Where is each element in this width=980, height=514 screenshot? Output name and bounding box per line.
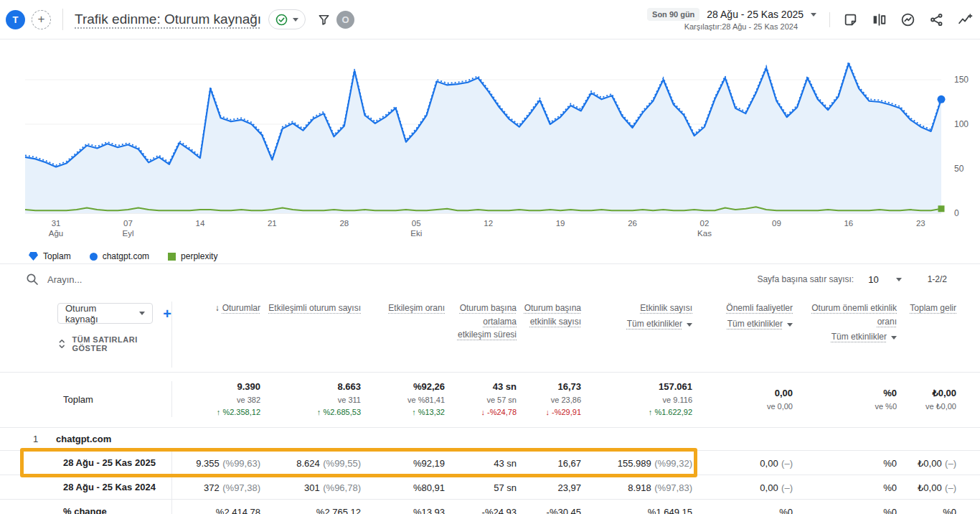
dimension-selector[interactable]: Oturum kaynağı bbox=[57, 303, 153, 324]
legend-item-perplexity[interactable]: perplexity bbox=[168, 251, 217, 261]
filter-button[interactable] bbox=[317, 13, 331, 27]
cell-session-key-event-rate: %0 bbox=[800, 457, 904, 469]
source-name[interactable]: chatgpt.com bbox=[56, 434, 111, 444]
svg-text:19: 19 bbox=[556, 219, 565, 228]
cell-total-revenue: ₺0,00 (–) bbox=[904, 457, 963, 469]
svg-text:07: 07 bbox=[123, 219, 133, 228]
cell-engaged-sessions: 8.624 (%99,55) bbox=[268, 457, 368, 469]
report-status-dropdown[interactable] bbox=[268, 9, 306, 29]
column-header-engaged-sessions[interactable]: Etkileşimli oturum sayısı bbox=[268, 302, 368, 315]
svg-text:14: 14 bbox=[196, 219, 205, 228]
divider bbox=[62, 9, 63, 30]
rows-per-page-label: Sayfa başına satır sayısı: bbox=[757, 274, 854, 284]
column-header-key-events[interactable]: Önemli faaliyetler Tüm etkinlikler bbox=[699, 302, 800, 330]
cell-event-count: 8.918 (%97,83) bbox=[588, 481, 699, 494]
cell-event-count: %1.649,15 bbox=[588, 505, 699, 514]
legend-item-chatgpt[interactable]: chatgpt.com bbox=[90, 251, 149, 261]
cell-total-revenue: ₺0,00 (–) bbox=[904, 481, 963, 494]
row-label: 28 Ağu - 25 Kas 2025 bbox=[25, 451, 172, 475]
rows-per-page-select[interactable]: 10 bbox=[868, 274, 878, 285]
column-header-events-per-session[interactable]: Oturum başına etkinlik sayısı bbox=[524, 302, 588, 328]
svg-text:50: 50 bbox=[954, 164, 964, 174]
compare-range-text: Karşılaştır:28 Ağu - 25 Kas 2024 bbox=[684, 22, 798, 31]
chevron-down-icon bbox=[687, 323, 692, 327]
svg-text:09: 09 bbox=[772, 219, 781, 228]
cell-key-events: %0 bbox=[699, 505, 800, 514]
comparison-button[interactable] bbox=[872, 12, 887, 27]
event-filter-dropdown[interactable]: Tüm etkinlikler bbox=[800, 330, 897, 344]
perplexity-marker-icon bbox=[168, 253, 176, 261]
date-preset-badge: Son 90 gün bbox=[647, 8, 699, 21]
row-label: 28 Ağu - 25 Kas 2024 bbox=[25, 475, 172, 499]
traffic-chart-section: 05010015031Ağu07Eyl14212805Eki12192602Ka… bbox=[0, 39, 980, 263]
sort-descending-icon: ↓ bbox=[215, 302, 220, 315]
chevron-down-icon[interactable] bbox=[896, 278, 902, 281]
column-header-avg-engagement-time[interactable]: Oturum başına ortalama etkileşim süresi bbox=[452, 302, 524, 342]
cell-avg-engagement-time: -%24,93 bbox=[452, 505, 524, 514]
svg-text:26: 26 bbox=[628, 219, 637, 228]
expand-all-rows-button[interactable]: TÜM SATIRLARI GÖSTER bbox=[57, 335, 171, 352]
account-avatar[interactable]: T bbox=[6, 10, 25, 29]
totals-cell: ₺0,00 ve ₺0,00 bbox=[904, 388, 963, 411]
pagination-controls: Sayfa başına satır sayısı: 10 1-2/2 bbox=[757, 274, 947, 285]
cell-sessions: %2.414,78 bbox=[172, 505, 268, 514]
column-header-session-key-event-rate[interactable]: Oturum önemli etkinlik oranı Tüm etkinli… bbox=[800, 302, 904, 344]
table-row-group-chatgpt[interactable]: 1 chatgpt.com bbox=[0, 427, 980, 450]
column-header-event-count[interactable]: Etkinlik sayısı Tüm etkinlikler bbox=[588, 302, 699, 330]
expand-collapse-icon bbox=[57, 339, 66, 349]
svg-text:23: 23 bbox=[916, 219, 925, 228]
totals-cell: 9.390 ve 382 ↑ %2.358,12 bbox=[172, 381, 268, 417]
table-row-2025[interactable]: 28 Ağu - 25 Kas 2025 9.355 (%99,63) 8.62… bbox=[0, 450, 980, 475]
legend-item-total[interactable]: Toplam bbox=[29, 251, 71, 261]
secondary-avatar[interactable]: O bbox=[336, 11, 354, 29]
legend-label: Toplam bbox=[43, 251, 71, 261]
svg-text:Eki: Eki bbox=[410, 229, 422, 238]
cell-sessions: 372 (%97,38) bbox=[172, 481, 268, 494]
svg-text:Ağu: Ağu bbox=[49, 229, 63, 238]
event-filter-dropdown[interactable]: Tüm etkinlikler bbox=[699, 317, 793, 331]
notes-button[interactable] bbox=[843, 12, 858, 27]
totals-cell: 16,73 ve 23,86 ↓ -%29,91 bbox=[524, 381, 588, 417]
insights-button[interactable] bbox=[900, 12, 915, 27]
add-report-button[interactable]: + bbox=[32, 10, 51, 29]
header-right: Son 90 gün 28 Ağu - 25 Kas 2025 Karşılaş… bbox=[647, 8, 973, 31]
chevron-down-icon bbox=[811, 13, 816, 17]
explore-trend-button[interactable] bbox=[958, 12, 973, 27]
table-row-percent-change[interactable]: % change %2.414,78 %2.765,12 %13,93 -%24… bbox=[0, 499, 980, 514]
column-header-total-revenue[interactable]: Toplam gelir bbox=[904, 302, 963, 315]
table-toolbar: Sayfa başına satır sayısı: 10 1-2/2 bbox=[0, 263, 980, 294]
total-marker-icon bbox=[29, 252, 38, 261]
add-dimension-button[interactable]: + bbox=[163, 307, 171, 321]
totals-label: Toplam bbox=[25, 381, 172, 417]
cell-events-per-session: 16,67 bbox=[524, 457, 588, 469]
svg-text:16: 16 bbox=[844, 219, 853, 228]
column-header-engagement-rate[interactable]: Etkileşim oranı bbox=[368, 302, 452, 315]
chevron-down-icon bbox=[293, 18, 298, 22]
svg-text:150: 150 bbox=[954, 75, 969, 85]
share-icon[interactable] bbox=[929, 12, 944, 27]
cell-engagement-rate: %92,19 bbox=[368, 457, 452, 469]
totals-cell: %0 ve %0 bbox=[800, 388, 904, 411]
cell-session-key-event-rate: %0 bbox=[800, 481, 904, 494]
svg-text:05: 05 bbox=[412, 219, 421, 228]
cell-events-per-session: -%30,45 bbox=[524, 505, 588, 514]
date-range-text: 28 Ağu - 25 Kas 2025 bbox=[707, 9, 804, 20]
svg-text:12: 12 bbox=[484, 219, 493, 228]
page-title[interactable]: Trafik edinme: Oturum kaynağı bbox=[75, 11, 261, 27]
cell-avg-engagement-time: 43 sn bbox=[452, 457, 524, 469]
cell-key-events: 0,00 (–) bbox=[699, 457, 800, 469]
search-input[interactable] bbox=[47, 274, 263, 285]
app-header: T + Trafik edinme: Oturum kaynağı O Son … bbox=[0, 0, 980, 39]
cell-event-count: 155.989 (%99,32) bbox=[588, 457, 699, 469]
search-icon bbox=[26, 273, 39, 286]
event-filter-dropdown[interactable]: Tüm etkinlikler bbox=[588, 317, 692, 331]
svg-text:31: 31 bbox=[52, 219, 61, 228]
svg-text:Kas: Kas bbox=[697, 229, 712, 238]
row-label: % change bbox=[25, 500, 172, 514]
date-range-picker[interactable]: Son 90 gün 28 Ağu - 25 Kas 2025 Karşılaş… bbox=[647, 8, 816, 31]
chatgpt-marker-icon bbox=[90, 253, 98, 261]
column-header-sessions[interactable]: ↓Oturumlar bbox=[172, 302, 268, 315]
table-row-2024[interactable]: 28 Ağu - 25 Kas 2024 372 (%97,38) 301 (%… bbox=[0, 475, 980, 499]
chevron-down-icon bbox=[139, 312, 145, 315]
sessions-line-chart[interactable]: 05010015031Ağu07Eyl14212805Eki12192602Ka… bbox=[0, 39, 980, 243]
